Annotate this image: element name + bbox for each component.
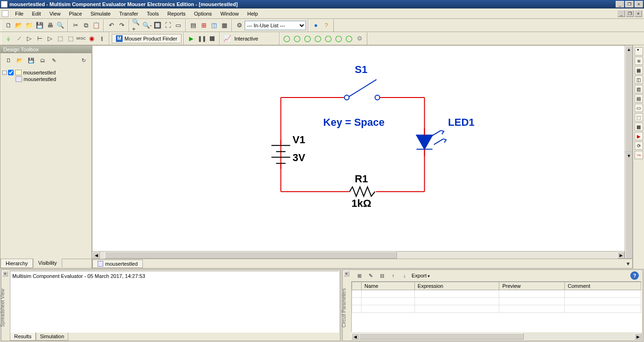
- component-r1[interactable]: [350, 187, 375, 196]
- zoom-in-button[interactable]: 🔍+: [132, 20, 142, 31]
- redo-button[interactable]: ↷: [116, 20, 127, 31]
- table-row[interactable]: [352, 290, 641, 298]
- pause-button[interactable]: ❚❚: [197, 33, 207, 44]
- instrument-current-button[interactable]: ⤳: [635, 151, 643, 159]
- menu-transfer[interactable]: Transfer: [116, 9, 142, 18]
- toolbox-saveall-button[interactable]: 🗂: [38, 56, 47, 65]
- col-name[interactable]: Name: [362, 282, 415, 290]
- tree-root-checkbox[interactable]: [8, 70, 14, 75]
- instrument-logic-button[interactable]: ▦: [635, 122, 643, 131]
- mdi-close-button[interactable]: ×: [635, 10, 642, 17]
- instrument-scope-button[interactable]: ◫: [635, 75, 643, 84]
- place-cmos-button[interactable]: ⬚: [66, 33, 76, 44]
- mdi-minimize-button[interactable]: _: [618, 10, 625, 17]
- place-diode-button[interactable]: ▷: [24, 33, 34, 44]
- toolbox-refresh-button[interactable]: ↻: [79, 56, 88, 65]
- place-ttl-button[interactable]: ⬚: [55, 33, 66, 44]
- minimize-button[interactable]: _: [616, 1, 624, 8]
- new-button[interactable]: 🗋: [3, 20, 14, 31]
- tree-toggle[interactable]: -: [2, 71, 7, 75]
- params-up-button[interactable]: ↑: [389, 271, 397, 280]
- place-misc-button[interactable]: MISC: [76, 33, 86, 44]
- instrument-freq-button[interactable]: ▭: [635, 104, 643, 112]
- instrument-multimeter-button[interactable]: 🬀: [635, 47, 643, 56]
- toolbox-rename-button[interactable]: ✎: [50, 56, 58, 65]
- component-button[interactable]: ⚙: [234, 20, 245, 31]
- maximize-button[interactable]: ❐: [625, 1, 634, 8]
- scroll-thumb-v[interactable]: [625, 152, 632, 153]
- stop-button[interactable]: [207, 33, 217, 44]
- instrument-4chscope-button[interactable]: ▥: [635, 85, 643, 93]
- tab-results[interactable]: Results: [10, 333, 36, 341]
- params-help-button[interactable]: ?: [630, 271, 639, 280]
- instrument-wordgen-button[interactable]: ⬚: [635, 113, 643, 122]
- instrument-1-button[interactable]: ◯: [282, 33, 292, 44]
- params-edit-button[interactable]: ✎: [366, 271, 375, 280]
- toolbox-new-button[interactable]: 🗋: [4, 56, 13, 65]
- menu-window[interactable]: Window: [216, 9, 242, 18]
- table-row[interactable]: [352, 305, 641, 313]
- scroll-thumb-h[interactable]: [105, 252, 397, 259]
- params-hscroll[interactable]: ◀ ▶: [351, 333, 642, 340]
- export-button[interactable]: Export: [412, 273, 430, 278]
- print-button[interactable]: 🖶: [45, 20, 55, 31]
- menu-view[interactable]: View: [46, 9, 65, 18]
- settings-button[interactable]: ⚙: [355, 33, 365, 44]
- col-comment[interactable]: Comment: [565, 282, 641, 290]
- instrument-4-button[interactable]: ◯: [313, 33, 323, 44]
- print-preview-button[interactable]: 🔍: [55, 20, 66, 31]
- breadboard-button[interactable]: ▦: [219, 20, 230, 31]
- tree-root-label[interactable]: mousertestled: [23, 70, 56, 75]
- tab-hierarchy[interactable]: Hierarchy: [0, 259, 33, 268]
- params-add-button[interactable]: ⊞: [355, 271, 363, 280]
- instrument-bode-button[interactable]: ▤: [635, 94, 643, 103]
- col-preview[interactable]: Preview: [499, 282, 565, 290]
- tab-options-button[interactable]: ▾: [624, 260, 632, 268]
- menu-file[interactable]: File: [11, 9, 27, 18]
- menu-tools[interactable]: Tools: [143, 9, 163, 18]
- open-example-button[interactable]: 📁: [24, 20, 34, 31]
- menu-options[interactable]: Options: [190, 9, 215, 18]
- instrument-wattmeter-button[interactable]: ▦: [635, 66, 643, 74]
- component-s1[interactable]: [345, 80, 380, 100]
- postprocessor-button[interactable]: ◫: [209, 20, 219, 31]
- place-analog-button[interactable]: ▷: [45, 33, 55, 44]
- horizontal-scrollbar[interactable]: ◀ ▶: [92, 251, 625, 259]
- place-indicator-button[interactable]: ◉: [86, 33, 97, 44]
- place-basic-button[interactable]: ⟋: [14, 33, 24, 44]
- toolbox-open-button[interactable]: 📂: [16, 56, 24, 65]
- paste-button[interactable]: 📋: [91, 20, 101, 31]
- scroll-up-button[interactable]: ▲: [625, 46, 633, 152]
- run-button[interactable]: ▶: [186, 33, 197, 44]
- params-grid[interactable]: Name Expression Preview Comment: [351, 281, 642, 332]
- undo-button[interactable]: ↶: [106, 20, 116, 31]
- table-row[interactable]: [352, 298, 641, 305]
- instrument-3-button[interactable]: ◯: [303, 33, 313, 44]
- close-button[interactable]: ×: [635, 1, 643, 8]
- open-button[interactable]: 📂: [14, 20, 24, 31]
- params-close-button[interactable]: ×: [344, 271, 349, 277]
- mouser-product-finder-button[interactable]: M Mouser Product Finder: [112, 34, 182, 43]
- cut-button[interactable]: ✂: [70, 20, 81, 31]
- params-scroll-right[interactable]: ▶: [634, 333, 642, 340]
- fullscreen-button[interactable]: ▭: [173, 20, 183, 31]
- menu-reports[interactable]: Reports: [164, 9, 190, 18]
- zoom-area-button[interactable]: 🔲: [152, 20, 163, 31]
- inuse-select[interactable]: --- In-Use List ---: [245, 21, 306, 30]
- help-button[interactable]: ?: [321, 20, 331, 31]
- menu-help[interactable]: Help: [244, 9, 262, 18]
- menu-simulate[interactable]: Simulate: [87, 9, 115, 18]
- menu-place[interactable]: Place: [65, 9, 86, 18]
- col-expression[interactable]: Expression: [414, 282, 499, 290]
- place-source-button[interactable]: ⏚: [3, 33, 14, 44]
- component-led1[interactable]: [416, 128, 446, 156]
- copy-button[interactable]: ⧉: [81, 20, 91, 31]
- tab-visibility[interactable]: Visibility: [33, 259, 62, 268]
- analysis-icon[interactable]: 📈: [222, 33, 232, 44]
- zoom-out-button[interactable]: 🔍-: [142, 20, 152, 31]
- params-down-button[interactable]: ↓: [400, 271, 409, 280]
- toolbox-save-button[interactable]: 💾: [27, 56, 35, 65]
- params-delete-button[interactable]: ⊟: [378, 271, 386, 280]
- scroll-right-button[interactable]: ▶: [617, 252, 625, 259]
- spreadsheet-view-button[interactable]: ▤: [188, 20, 198, 31]
